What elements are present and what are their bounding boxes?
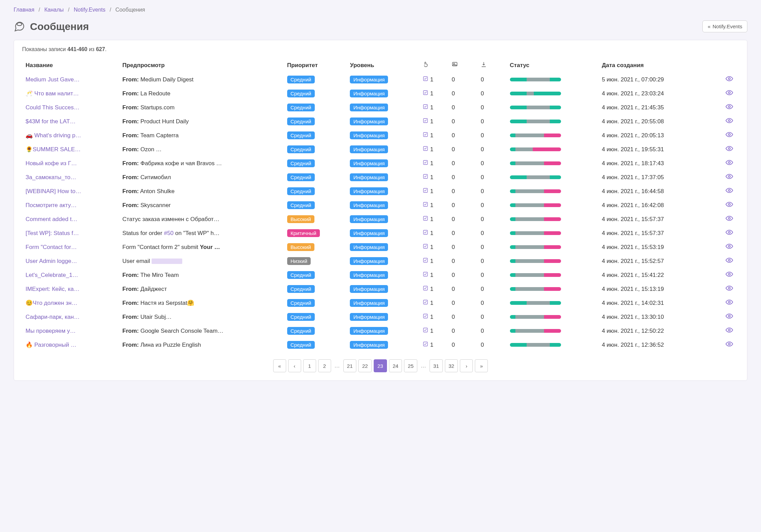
page-next[interactable]: › xyxy=(460,359,473,372)
eye-icon xyxy=(726,326,733,335)
check-icon xyxy=(423,299,428,307)
message-title-link[interactable]: Form "Contact for… xyxy=(26,244,77,250)
eye-icon xyxy=(726,201,733,210)
view-button[interactable] xyxy=(723,256,735,266)
page-22[interactable]: 22 xyxy=(358,359,372,372)
view-button[interactable] xyxy=(723,89,735,98)
col-level: Уровень xyxy=(346,59,419,73)
message-title-link[interactable]: Comment added t… xyxy=(26,216,77,222)
check-icon xyxy=(423,257,428,265)
message-title-link[interactable]: [WEBINAR] How to… xyxy=(26,188,81,194)
view-button[interactable] xyxy=(723,145,735,154)
check-icon xyxy=(423,327,428,334)
actions-count: 1 xyxy=(423,132,445,139)
message-preview: From: The Miro Team xyxy=(119,268,283,282)
level-badge: Информация xyxy=(350,187,388,195)
images-count: 0 xyxy=(448,338,477,352)
breadcrumb-channels[interactable]: Каналы xyxy=(44,7,64,13)
page-last[interactable]: » xyxy=(475,359,488,372)
view-button[interactable] xyxy=(723,284,735,294)
created-date: 4 июн. 2021 г., 13:30:10 xyxy=(599,310,719,324)
message-title-link[interactable]: Could This Succes… xyxy=(26,104,79,111)
attachments-count: 0 xyxy=(477,240,506,254)
view-button[interactable] xyxy=(723,242,735,252)
eye-icon xyxy=(726,145,733,154)
message-title-link[interactable]: Мы проверяем у… xyxy=(26,328,76,334)
message-title-link[interactable]: Новый кофе из Г… xyxy=(26,160,77,167)
level-badge: Информация xyxy=(350,201,388,209)
col-preview: Предпросмотр xyxy=(119,59,283,73)
view-button[interactable] xyxy=(723,187,735,196)
view-button[interactable] xyxy=(723,173,735,182)
images-count: 0 xyxy=(448,170,477,184)
images-count: 0 xyxy=(448,310,477,324)
created-date: 4 июн. 2021 г., 12:36:52 xyxy=(599,338,719,352)
check-icon xyxy=(423,90,428,97)
message-title-link[interactable]: $43M for the LAT… xyxy=(26,118,76,125)
page-1[interactable]: 1 xyxy=(303,359,316,372)
message-title-link[interactable]: 🚗 What's driving p… xyxy=(26,132,81,139)
preview-link[interactable]: #50 xyxy=(164,230,173,236)
level-badge: Информация xyxy=(350,104,388,111)
message-title-link[interactable]: Сафари-парк, кан… xyxy=(26,314,80,320)
svg-point-13 xyxy=(728,147,730,150)
view-button[interactable] xyxy=(723,75,735,84)
created-date: 4 июн. 2021 г., 18:17:43 xyxy=(599,156,719,170)
table-row: Новый кофе из Г…From: Фабрика кофе и чая… xyxy=(22,156,739,170)
page-21[interactable]: 21 xyxy=(343,359,357,372)
page-first[interactable]: « xyxy=(273,359,286,372)
status-bar xyxy=(510,161,561,165)
col-images xyxy=(448,59,477,73)
page-23[interactable]: 23 xyxy=(374,359,387,372)
page-25[interactable]: 25 xyxy=(404,359,417,372)
breadcrumb-home[interactable]: Главная xyxy=(14,7,34,13)
page-31[interactable]: 31 xyxy=(430,359,443,372)
view-button[interactable] xyxy=(723,159,735,168)
message-title-link[interactable]: 🔥 Разговорный … xyxy=(26,342,76,348)
message-title-link[interactable]: 😊Что должен зн… xyxy=(26,300,77,306)
view-button[interactable] xyxy=(723,270,735,280)
back-button[interactable]: « Notify.Events xyxy=(702,20,747,32)
view-button[interactable] xyxy=(723,312,735,322)
view-button[interactable] xyxy=(723,340,735,349)
message-title-link[interactable]: [Test WP]: Status f… xyxy=(26,230,79,236)
breadcrumb-notify[interactable]: Notify.Events xyxy=(74,7,105,13)
view-button[interactable] xyxy=(723,326,735,335)
view-button[interactable] xyxy=(723,298,735,308)
priority-badge: Низкий xyxy=(287,257,311,265)
col-status: Статус xyxy=(507,59,599,73)
message-title-link[interactable]: Let's_Celebrate_1… xyxy=(26,272,78,278)
message-title-link[interactable]: IMExpert: Кейс, ка… xyxy=(26,286,80,292)
message-title-link[interactable]: 🥂 Что вам налит… xyxy=(26,90,79,97)
download-icon xyxy=(481,61,487,67)
created-date: 5 июн. 2021 г., 07:00:29 xyxy=(599,73,719,87)
message-title-link[interactable]: За_самокаты_то… xyxy=(26,174,76,181)
message-title-link[interactable]: Medium Just Gave… xyxy=(26,76,80,83)
pointer-icon xyxy=(423,61,429,67)
col-title: Название xyxy=(22,59,119,73)
view-button[interactable] xyxy=(723,201,735,210)
view-button[interactable] xyxy=(723,131,735,140)
view-button[interactable] xyxy=(723,215,735,224)
created-date: 4 июн. 2021 г., 15:41:22 xyxy=(599,268,719,282)
svg-point-23 xyxy=(728,217,730,219)
page-2[interactable]: 2 xyxy=(318,359,331,372)
view-button[interactable] xyxy=(723,117,735,126)
svg-point-15 xyxy=(728,161,730,163)
records-summary: Показаны записи 441-460 из 627. xyxy=(22,46,739,52)
view-button[interactable] xyxy=(723,103,735,112)
images-count: 0 xyxy=(448,226,477,240)
view-button[interactable] xyxy=(723,229,735,238)
check-icon xyxy=(423,104,428,111)
page-prev[interactable]: ‹ xyxy=(288,359,301,372)
page-24[interactable]: 24 xyxy=(389,359,402,372)
page-title: Сообщения xyxy=(14,21,89,32)
message-title-link[interactable]: User Admin logge… xyxy=(26,258,77,264)
status-bar xyxy=(510,120,561,123)
message-title-link[interactable]: Посмотрите акту… xyxy=(26,202,77,208)
attachments-count: 0 xyxy=(477,156,506,170)
message-title-link[interactable]: 🌻SUMMER SALE… xyxy=(26,146,81,153)
message-preview: From: Google Search Console Team… xyxy=(119,324,283,338)
status-bar xyxy=(510,203,561,207)
page-32[interactable]: 32 xyxy=(445,359,458,372)
